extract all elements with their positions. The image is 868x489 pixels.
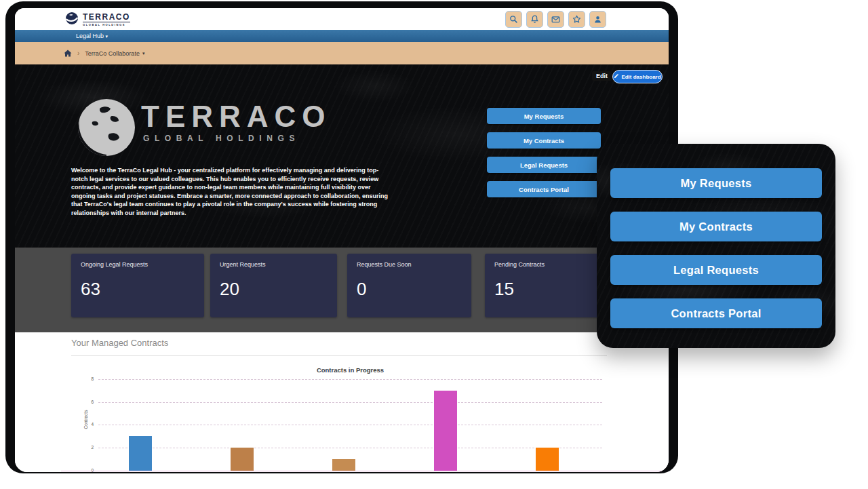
chart-y-tick: 4 [80, 422, 94, 427]
stat-card-pending-contracts: Pending Contracts15 [485, 254, 608, 317]
overlay-button-contracts-portal[interactable]: Contracts Portal [610, 298, 822, 328]
stat-card-requests-due-soon: Requests Due Soon0 [347, 254, 471, 317]
app-window-content: TERRACO GLOBAL HOLDINGS Legal Hub ▾ [15, 8, 669, 472]
stat-value: 15 [494, 279, 599, 300]
home-icon[interactable] [64, 50, 72, 57]
chart-gridline [98, 425, 602, 425]
hero-button-my-requests[interactable]: My Requests [487, 108, 601, 124]
chart-y-tick: 2 [80, 445, 94, 450]
chart-y-axis-label: Contracts [83, 399, 88, 440]
nav-item-legal-hub[interactable]: Legal Hub ▾ [76, 33, 108, 39]
hero-brand-title: TERRACO [141, 100, 332, 134]
stat-label: Requests Due Soon [357, 261, 462, 268]
chart-gridline [98, 379, 602, 380]
chart-bar-5 [536, 448, 559, 471]
header-icon-toolbar [505, 11, 606, 28]
section-divider [71, 355, 607, 356]
nav-item-label: Legal Hub [76, 33, 104, 39]
hero-section: Edit Edit dashboard [15, 64, 669, 248]
stat-value: 20 [220, 279, 328, 300]
hero-button-my-contracts[interactable]: My Contracts [487, 132, 601, 149]
section-heading: Your Managed Contracts [71, 338, 168, 348]
stat-label: Ongoing Legal Requests [81, 261, 195, 268]
chart-y-tick: 0 [80, 468, 94, 472]
header-brand-subtitle: GLOBAL HOLDINGS [83, 23, 130, 26]
chart-title: Contracts in Progress [98, 366, 602, 374]
chart-y-tick: 8 [80, 376, 94, 381]
zoom-callout-panel: My RequestsMy ContractsLegal RequestsCon… [597, 144, 835, 348]
breadcrumb: › TerraCo Collaborate ▾ [15, 42, 669, 64]
overlay-button-legal-requests[interactable]: Legal Requests [610, 255, 822, 285]
app-window-frame: TERRACO GLOBAL HOLDINGS Legal Hub ▾ [5, 1, 678, 473]
overlay-button-my-contracts[interactable]: My Contracts [610, 212, 822, 241]
edit-dashboard-button[interactable]: Edit dashboard [612, 70, 663, 83]
chevron-down-icon[interactable]: ▾ [142, 51, 145, 56]
favorites-star-icon[interactable] [568, 11, 585, 28]
stat-value: 63 [81, 279, 195, 300]
chart-bar-3 [332, 459, 355, 471]
search-icon[interactable] [505, 11, 522, 28]
primary-navbar: Legal Hub ▾ [15, 30, 669, 42]
managed-contracts-section: Your Managed Contracts Contracts in Prog… [15, 332, 669, 472]
stat-label: Pending Contracts [494, 261, 599, 268]
globe-logo-icon [64, 10, 80, 29]
stat-value: 0 [357, 279, 462, 300]
stats-band: Ongoing Legal Requests63Urgent Requests2… [15, 248, 669, 332]
header-logo-text: TERRACO GLOBAL HOLDINGS [83, 13, 130, 26]
mail-envelope-icon[interactable] [547, 11, 564, 28]
chart-bar-1 [129, 436, 152, 471]
hero-globe-logo-icon [75, 96, 138, 162]
chart-x-axis-line [61, 471, 668, 471]
stat-label: Urgent Requests [220, 261, 328, 268]
edit-tooltip: Edit [592, 71, 612, 81]
hero-button-contracts-portal[interactable]: Contracts Portal [487, 181, 601, 197]
chart-gridline [98, 448, 602, 448]
page: TERRACO GLOBAL HOLDINGS Legal Hub ▾ [0, 0, 868, 489]
top-header-bar: TERRACO GLOBAL HOLDINGS [15, 8, 669, 30]
hero-quick-links: My RequestsMy ContractsLegal RequestsCon… [487, 108, 601, 197]
chart-y-tick: 6 [80, 399, 94, 404]
welcome-paragraph: Welcome to the TerraCo Legal Hub - your … [71, 166, 389, 218]
breadcrumb-item-terraco-collaborate[interactable]: TerraCo Collaborate [85, 50, 140, 57]
chart-bar-4 [434, 391, 457, 471]
chart-gridline [98, 402, 602, 403]
hero-brand-subtitle: GLOBAL HOLDINGS [143, 134, 300, 143]
hero-button-legal-requests[interactable]: Legal Requests [487, 157, 601, 173]
user-profile-icon[interactable] [589, 11, 606, 28]
notifications-bell-icon[interactable] [526, 11, 543, 28]
edit-dashboard-label: Edit dashboard [621, 74, 660, 80]
overlay-button-my-requests[interactable]: My Requests [610, 168, 822, 198]
chart-bar-2 [231, 448, 254, 471]
header-brand-name: TERRACO [83, 13, 130, 22]
breadcrumb-separator-icon: › [77, 50, 79, 57]
pencil-icon [614, 73, 619, 80]
chevron-down-icon: ▾ [106, 34, 108, 39]
header-logo[interactable]: TERRACO GLOBAL HOLDINGS [64, 10, 130, 29]
stat-card-ongoing-legal-requests: Ongoing Legal Requests63 [71, 254, 204, 317]
stat-card-urgent-requests: Urgent Requests20 [210, 254, 337, 317]
